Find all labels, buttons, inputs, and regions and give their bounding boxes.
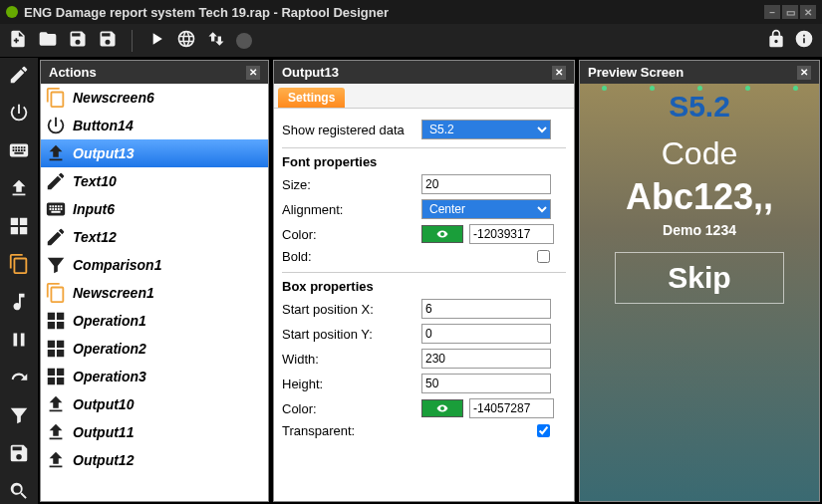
action-label: Newscreen6 <box>73 90 154 106</box>
starty-input[interactable] <box>421 324 551 344</box>
save-tool-icon[interactable] <box>8 442 30 468</box>
copy-tool-icon[interactable] <box>8 253 30 279</box>
size-input[interactable] <box>421 174 551 194</box>
action-label: Output10 <box>73 396 134 412</box>
action-item-text10[interactable]: Text10 <box>41 167 268 195</box>
transparent-checkbox[interactable] <box>537 424 550 437</box>
app-icon <box>6 6 18 18</box>
bold-label: Bold: <box>282 249 421 264</box>
startx-input[interactable] <box>421 299 551 319</box>
preview-abc-text: Abc123,, <box>580 176 819 218</box>
maximize-button[interactable]: ▭ <box>782 5 798 19</box>
preview-panel: Preview Screen✕ S5.2 Code Abc123,, Demo … <box>579 60 820 502</box>
search-tool-icon[interactable] <box>8 480 30 504</box>
action-label: Operation3 <box>73 369 146 384</box>
sidebar <box>0 58 38 504</box>
action-label: Button14 <box>73 118 134 133</box>
info-icon[interactable] <box>794 29 814 53</box>
tab-settings[interactable]: Settings <box>278 88 345 108</box>
redo-tool-icon[interactable] <box>8 367 30 392</box>
keyboard-icon <box>45 198 67 220</box>
new-file-icon[interactable] <box>8 29 28 53</box>
preview-panel-title: Preview Screen <box>588 65 684 80</box>
action-item-button14[interactable]: Button14 <box>41 112 268 139</box>
action-label: Operation2 <box>73 341 146 357</box>
action-item-output11[interactable]: Output11 <box>41 418 268 446</box>
show-registered-select[interactable]: S5.2 <box>421 120 551 139</box>
grid-icon <box>45 366 67 387</box>
width-label: Width: <box>282 352 421 367</box>
upload-icon <box>45 142 67 164</box>
action-label: Operation1 <box>73 313 146 329</box>
close-button[interactable]: ✕ <box>800 5 816 19</box>
pencil-tool-icon[interactable] <box>8 64 30 90</box>
show-registered-label: Show registered data <box>282 123 421 137</box>
upload-icon <box>45 421 67 443</box>
actions-close-icon[interactable]: ✕ <box>246 66 260 80</box>
box-color-label: Color: <box>282 401 421 416</box>
properties-panel-title: Output13 <box>282 65 339 80</box>
action-item-output13[interactable]: Output13 <box>41 139 268 167</box>
alignment-select[interactable]: Center <box>421 199 551 219</box>
lock-icon[interactable] <box>766 29 786 53</box>
minimize-button[interactable]: – <box>764 5 780 19</box>
font-section-header: Font properties <box>282 147 566 169</box>
preview-skip-button[interactable]: Skip <box>615 252 784 304</box>
font-color-label: Color: <box>282 227 421 242</box>
box-color-input[interactable] <box>469 398 554 418</box>
bold-checkbox[interactable] <box>537 250 550 263</box>
action-item-output12[interactable]: Output12 <box>41 446 268 474</box>
grid-icon <box>45 310 67 332</box>
action-item-operation1[interactable]: Operation1 <box>41 307 268 335</box>
properties-panel: Output13✕ Settings Show registered dataS… <box>273 60 575 502</box>
music-tool-icon[interactable] <box>8 291 30 317</box>
save-icon[interactable] <box>68 29 88 53</box>
preview-canvas[interactable]: S5.2 Code Abc123,, Demo 1234 Skip <box>580 84 819 501</box>
preview-demo-text: Demo 1234 <box>580 222 819 238</box>
toolbar <box>0 24 822 58</box>
power-tool-icon[interactable] <box>8 102 30 127</box>
action-item-operation3[interactable]: Operation3 <box>41 363 268 390</box>
pencil-icon <box>45 226 67 248</box>
pause-tool-icon[interactable] <box>8 329 30 355</box>
action-label: Input6 <box>73 201 115 217</box>
upload-icon <box>45 449 67 471</box>
action-item-text12[interactable]: Text12 <box>41 223 268 251</box>
height-input[interactable] <box>421 374 551 393</box>
starty-label: Start position Y: <box>282 327 421 342</box>
record-icon[interactable] <box>236 33 252 49</box>
save-all-icon[interactable] <box>98 29 118 53</box>
box-color-swatch[interactable] <box>421 399 463 417</box>
startx-label: Start position X: <box>282 302 421 317</box>
action-item-input6[interactable]: Input6 <box>41 195 268 223</box>
open-folder-icon[interactable] <box>38 29 58 53</box>
action-label: Comparison1 <box>73 257 161 273</box>
box-section-header: Box properties <box>282 272 566 294</box>
upload-tool-icon[interactable] <box>8 177 30 203</box>
copy-icon <box>45 87 67 109</box>
titlebar: ENG Damage report system Tech 19.rap - R… <box>0 0 822 24</box>
funnel-tool-icon[interactable] <box>8 404 30 430</box>
arrows-icon[interactable] <box>206 29 226 53</box>
action-item-newscreen1[interactable]: Newscreen1 <box>41 279 268 307</box>
play-icon[interactable] <box>146 29 166 53</box>
transparent-label: Transparent: <box>282 423 421 438</box>
action-item-output10[interactable]: Output10 <box>41 390 268 418</box>
size-label: Size: <box>282 177 421 192</box>
alignment-label: Alignment: <box>282 202 421 217</box>
copy-icon <box>45 282 67 304</box>
action-item-newscreen6[interactable]: Newscreen6 <box>41 84 268 112</box>
power-icon <box>45 115 67 136</box>
globe-icon[interactable] <box>176 29 196 53</box>
preview-close-icon[interactable]: ✕ <box>797 66 811 80</box>
keyboard-tool-icon[interactable] <box>8 139 30 165</box>
width-input[interactable] <box>421 349 551 369</box>
action-item-comparison1[interactable]: Comparison1 <box>41 251 268 279</box>
font-color-input[interactable] <box>469 224 554 244</box>
properties-close-icon[interactable]: ✕ <box>552 66 566 80</box>
action-item-operation2[interactable]: Operation2 <box>41 335 268 363</box>
upload-icon <box>45 393 67 415</box>
preview-code-text: Code <box>580 135 819 172</box>
grid-tool-icon[interactable] <box>8 215 30 241</box>
font-color-swatch[interactable] <box>421 225 463 243</box>
